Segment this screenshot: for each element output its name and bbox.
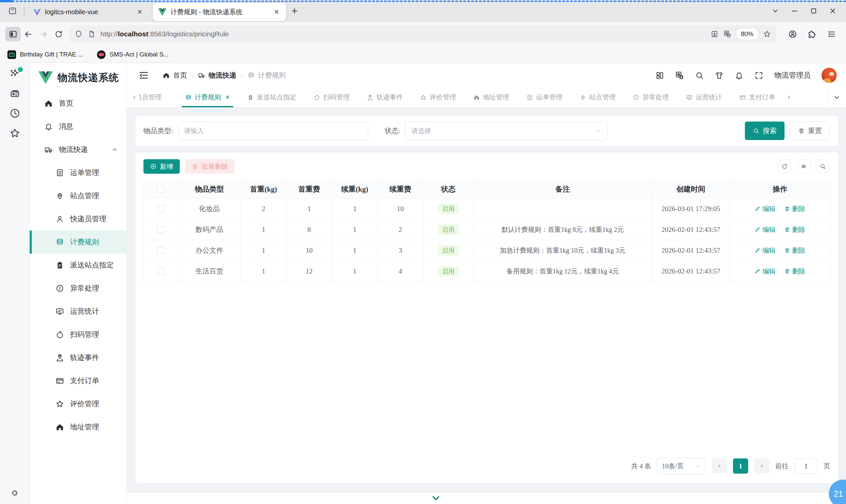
tab-scan[interactable]: 扫码管理 — [305, 87, 358, 107]
status-select[interactable]: 请选择 — [405, 122, 607, 140]
settings-gear-icon[interactable] — [9, 487, 20, 499]
tab-scroll-right-icon[interactable] — [784, 94, 794, 101]
sidebar-item-payment-order[interactable]: 支付订单 — [30, 369, 127, 392]
sidebar-item-home[interactable]: 首页 — [30, 92, 127, 115]
refresh-button[interactable] — [777, 159, 792, 174]
translate-icon[interactable] — [675, 71, 684, 80]
browser-tab-inactive[interactable]: logitcs-mobile-vue ✕ — [28, 3, 149, 21]
devtools-toggle-chevron-icon[interactable] — [431, 494, 441, 503]
shield-icon[interactable] — [75, 30, 83, 38]
toolbox-icon[interactable] — [9, 88, 20, 99]
tab-dispatch-station[interactable]: 派送站点指定 — [239, 87, 305, 107]
tab-waybill[interactable]: 运单管理 — [518, 87, 571, 107]
bookmark-star-icon[interactable] — [763, 30, 771, 38]
page-size-select[interactable]: 10条/页 — [657, 458, 706, 474]
edit-button[interactable]: 编辑 — [755, 246, 776, 255]
tab-list-chevron-icon[interactable] — [771, 7, 779, 15]
sidebar-item-logistics[interactable]: 物流快递 — [30, 138, 127, 161]
reload-button[interactable] — [51, 27, 66, 41]
browser-tab-active[interactable]: 计费规则 - 物流快递系统 ✕ — [153, 3, 286, 21]
delete-button[interactable]: 删除 — [784, 267, 805, 276]
sidebar-item-pricing-rule[interactable]: 计费规则 — [30, 231, 127, 254]
tab-close-icon[interactable]: ✕ — [272, 8, 281, 16]
edit-button[interactable]: 编辑 — [755, 225, 776, 234]
tab-close-icon[interactable]: ✕ — [225, 94, 230, 101]
select-all-checkbox[interactable] — [157, 186, 164, 193]
bookmarks-star-icon[interactable] — [9, 127, 20, 139]
sidebar-item-courier[interactable]: 快递员管理 — [30, 208, 127, 231]
delete-button[interactable]: 删除 — [784, 246, 805, 255]
row-checkbox[interactable] — [157, 205, 164, 212]
translate-icon[interactable] — [723, 30, 731, 38]
menu-hamburger-icon[interactable] — [827, 30, 836, 39]
sidebar-item-messages[interactable]: 消息 — [30, 115, 127, 138]
sidebar-collapse-icon[interactable] — [138, 70, 149, 81]
forward-button[interactable] — [36, 27, 51, 41]
column-settings-button[interactable] — [796, 159, 811, 174]
history-clock-icon[interactable] — [9, 108, 20, 119]
tab-payment-order[interactable]: 支付订单 — [731, 87, 784, 107]
url-text[interactable]: http://localhost:8563/logistics/pricingR… — [101, 30, 706, 38]
back-button[interactable] — [20, 27, 36, 41]
edit-button[interactable]: 编辑 — [755, 204, 776, 213]
sidebar-toggle-button[interactable] — [5, 27, 20, 41]
sidebar-item-address[interactable]: 地址管理 — [30, 415, 127, 438]
window-close-button[interactable] — [829, 7, 837, 15]
delete-button[interactable]: 删除 — [784, 204, 805, 213]
theme-shirt-icon[interactable] — [715, 71, 724, 80]
bookmark-item[interactable]: SMS-Act | Global S... — [97, 50, 169, 59]
sidebar-item-dispatch-station[interactable]: 派送站点指定 — [30, 254, 127, 277]
prev-page-button[interactable] — [712, 458, 727, 474]
tab-address[interactable]: 地址管理 — [465, 87, 518, 107]
sidebar-item-scan[interactable]: 扫码管理 — [30, 323, 127, 346]
tab-actions-dropdown[interactable] — [827, 87, 846, 107]
new-tab-button[interactable]: + — [292, 6, 298, 16]
batch-delete-button[interactable]: 批量删除 — [185, 159, 235, 174]
tab-exception[interactable]: 异常处理 — [624, 87, 677, 107]
row-checkbox[interactable] — [157, 247, 164, 254]
current-page-button[interactable]: 1 — [733, 458, 748, 474]
tab-track-event[interactable]: 轨迹事件 — [358, 87, 411, 107]
search-button[interactable]: 搜索 — [745, 122, 785, 140]
tab-operation-stats[interactable]: 运营统计 — [677, 87, 731, 107]
edit-button[interactable]: 编辑 — [755, 267, 776, 276]
tab-station[interactable]: 站点管理 — [571, 87, 624, 107]
window-maximize-button[interactable] — [810, 7, 817, 15]
tab-review[interactable]: 评价管理 — [411, 87, 465, 107]
ai-chat-button[interactable] — [9, 68, 20, 79]
item-type-input[interactable]: 请输入 — [178, 122, 368, 140]
layout-grid-icon[interactable] — [655, 71, 664, 80]
window-minimize-button[interactable] — [791, 7, 798, 15]
notification-bell-icon[interactable] — [735, 71, 743, 80]
breadcrumb-module[interactable]: 物流快递 — [198, 71, 236, 80]
user-name[interactable]: 物流管理员 — [774, 70, 811, 80]
tab-scroll-left-icon[interactable] — [129, 94, 139, 101]
sidebar-item-track-event[interactable]: 轨迹事件 — [30, 346, 127, 369]
tab-pricing-rule[interactable]: 计费规则✕ — [176, 87, 239, 107]
row-checkbox[interactable] — [157, 268, 164, 275]
table-search-button[interactable] — [816, 159, 830, 174]
sidebar-item-operation-stats[interactable]: 运营统计 — [30, 300, 127, 323]
sidebar-item-exception[interactable]: 异常处理 — [30, 277, 127, 300]
bookmark-item[interactable]: Birthday Gift | TRAE ... — [7, 50, 83, 59]
next-page-button[interactable] — [754, 458, 769, 474]
sidebar-item-waybill[interactable]: 运单管理 — [30, 161, 127, 184]
sidebar-item-review[interactable]: 评价管理 — [30, 392, 127, 415]
tab-close-icon[interactable]: ✕ — [136, 8, 144, 16]
row-checkbox[interactable] — [157, 226, 164, 233]
reset-button[interactable]: 重置 — [790, 122, 830, 140]
account-icon[interactable] — [788, 30, 797, 39]
delete-button[interactable]: 删除 — [784, 225, 805, 234]
add-button[interactable]: 新增 — [143, 159, 180, 174]
url-bar[interactable]: http://localhost:8563/logistics/pricingR… — [69, 25, 776, 42]
download-icon[interactable] — [710, 30, 719, 38]
goto-page-input[interactable]: 1 — [794, 458, 817, 474]
fullscreen-icon[interactable] — [755, 71, 763, 80]
zoom-level-badge[interactable]: 80% — [736, 29, 758, 40]
extensions-puzzle-icon[interactable] — [808, 30, 816, 39]
page-info-icon[interactable] — [88, 30, 95, 38]
tab-overview-button[interactable] — [5, 4, 20, 18]
breadcrumb-home[interactable]: 首页 — [163, 71, 187, 80]
search-icon[interactable] — [695, 71, 704, 80]
sidebar-item-station[interactable]: 站点管理 — [30, 184, 127, 208]
